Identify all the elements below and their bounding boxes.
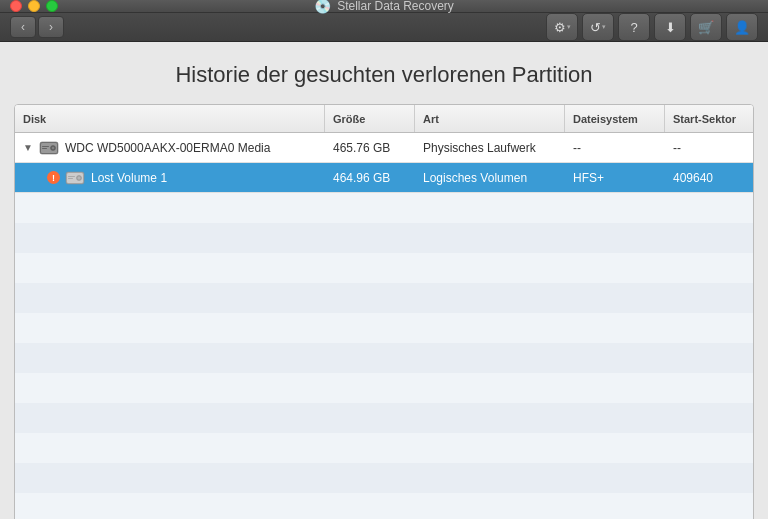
help-icon: ?	[630, 20, 637, 35]
expand-arrow-icon: ▼	[23, 142, 35, 153]
dropdown-arrow-icon: ▾	[602, 23, 606, 31]
page-title: Historie der gesuchten verlorenen Partit…	[0, 42, 768, 104]
empty-row	[15, 223, 753, 253]
empty-row	[15, 313, 753, 343]
svg-rect-10	[68, 176, 75, 177]
empty-row	[15, 493, 753, 519]
cart-icon: 🛒	[698, 20, 714, 35]
hard-disk-icon	[39, 140, 59, 156]
back-icon: ‹	[21, 20, 25, 34]
main-content: Historie der gesuchten verlorenen Partit…	[0, 42, 768, 519]
table-row[interactable]: Lost Volume 1 464.96 GB Logisches Volume…	[15, 163, 753, 193]
table-row[interactable]: ▼ WDC WD5000AAKX-00ERMA0 Media 465.76 GB…	[15, 133, 753, 163]
svg-point-9	[78, 177, 80, 179]
start-sektor-cell: 409640	[665, 163, 753, 192]
empty-row	[15, 433, 753, 463]
svg-rect-5	[42, 148, 47, 149]
traffic-lights	[10, 0, 58, 12]
size-cell: 464.96 GB	[325, 163, 415, 192]
disk-name: Lost Volume 1	[91, 171, 167, 185]
empty-row	[15, 283, 753, 313]
back-button[interactable]: ‹	[10, 16, 36, 38]
empty-row	[15, 253, 753, 283]
table-body: ▼ WDC WD5000AAKX-00ERMA0 Media 465.76 GB…	[15, 133, 753, 519]
restore-button[interactable]: ↺ ▾	[582, 13, 614, 41]
app-title: Stellar Data Recovery	[337, 0, 454, 13]
app-icon: 💿	[314, 0, 331, 14]
minimize-button[interactable]	[28, 0, 40, 12]
art-cell: Physisches Laufwerk	[415, 133, 565, 162]
cart-button[interactable]: 🛒	[690, 13, 722, 41]
start-sektor-cell: --	[665, 133, 753, 162]
disk-table: Disk Größe Art Dateisystem Start-Sektor …	[14, 104, 754, 519]
close-button[interactable]	[10, 0, 22, 12]
empty-row	[15, 463, 753, 493]
empty-row	[15, 373, 753, 403]
dateisystem-cell: HFS+	[565, 163, 665, 192]
col-art: Art	[415, 105, 565, 132]
restore-icon: ↺	[590, 20, 601, 35]
art-cell: Logisches Volumen	[415, 163, 565, 192]
forward-button[interactable]: ›	[38, 16, 64, 38]
disk-name-cell: Lost Volume 1	[15, 163, 325, 192]
toolbar: ‹ › ⚙ ▾ ↺ ▾ ? ⬇ 🛒 👤	[0, 13, 768, 42]
svg-rect-4	[42, 146, 49, 147]
forward-icon: ›	[49, 20, 53, 34]
dropdown-arrow-icon: ▾	[567, 23, 571, 31]
dateisystem-cell: --	[565, 133, 665, 162]
nav-buttons: ‹ ›	[10, 16, 64, 38]
help-button[interactable]: ?	[618, 13, 650, 41]
col-disk: Disk	[15, 105, 325, 132]
svg-point-3	[52, 147, 54, 149]
disk-name-cell: ▼ WDC WD5000AAKX-00ERMA0 Media	[15, 133, 325, 162]
table-header: Disk Größe Art Dateisystem Start-Sektor	[15, 105, 753, 133]
col-groesse: Größe	[325, 105, 415, 132]
volume-icon	[65, 170, 85, 186]
maximize-button[interactable]	[46, 0, 58, 12]
gear-icon: ⚙	[554, 20, 566, 35]
toolbar-icons: ⚙ ▾ ↺ ▾ ? ⬇ 🛒 👤	[546, 13, 758, 41]
col-dateisystem: Dateisystem	[565, 105, 665, 132]
titlebar-title-area: 💿 Stellar Data Recovery	[314, 0, 454, 14]
warning-icon	[47, 171, 60, 184]
account-button[interactable]: 👤	[726, 13, 758, 41]
titlebar: 💿 Stellar Data Recovery	[0, 0, 768, 13]
empty-row	[15, 403, 753, 433]
settings-button[interactable]: ⚙ ▾	[546, 13, 578, 41]
size-cell: 465.76 GB	[325, 133, 415, 162]
col-start-sektor: Start-Sektor	[665, 105, 753, 132]
download-icon: ⬇	[665, 20, 676, 35]
account-icon: 👤	[734, 20, 750, 35]
svg-rect-11	[68, 178, 73, 179]
download-button[interactable]: ⬇	[654, 13, 686, 41]
empty-row	[15, 193, 753, 223]
empty-row	[15, 343, 753, 373]
disk-name: WDC WD5000AAKX-00ERMA0 Media	[65, 141, 270, 155]
